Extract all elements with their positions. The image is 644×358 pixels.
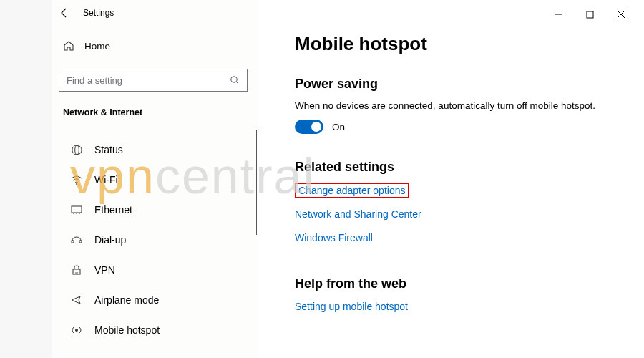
section-related-title: Related settings xyxy=(295,160,615,175)
svg-point-16 xyxy=(75,329,78,332)
sidebar-home[interactable]: Home xyxy=(63,40,110,52)
sidebar-item-ethernet[interactable]: Ethernet xyxy=(52,195,258,225)
section-power-saving-title: Power saving xyxy=(295,77,615,92)
dialup-icon xyxy=(70,233,83,246)
page-title: Mobile hotspot xyxy=(295,33,615,55)
svg-rect-13 xyxy=(79,241,82,243)
airplane-icon xyxy=(70,294,83,306)
sidebar-item-vpn[interactable]: oo VPN xyxy=(52,255,258,285)
svg-point-7 xyxy=(76,183,77,185)
svg-point-2 xyxy=(231,77,237,82)
vpn-icon: oo xyxy=(70,263,83,276)
power-saving-toggle[interactable] xyxy=(295,120,323,134)
sidebar-item-label: Wi-Fi xyxy=(94,174,118,185)
globe-icon xyxy=(70,143,83,156)
sidebar-item-label: Dial-up xyxy=(94,234,126,246)
svg-rect-8 xyxy=(72,206,82,213)
window-title: Settings xyxy=(83,8,114,18)
sidebar-item-wifi[interactable]: Wi-Fi xyxy=(52,165,258,195)
sidebar-item-label: Mobile hotspot xyxy=(94,324,160,336)
wifi-icon xyxy=(70,173,83,186)
svg-rect-12 xyxy=(72,241,74,243)
toggle-state-label: On xyxy=(332,122,345,132)
search-input[interactable] xyxy=(67,75,230,86)
sidebar-category: Network & Internet xyxy=(63,107,142,117)
sidebar-item-airplane[interactable]: Airplane mode xyxy=(52,285,258,315)
svg-line-3 xyxy=(236,82,238,84)
section-help-title: Help from the web xyxy=(295,276,615,291)
link-help-hotspot[interactable]: Setting up mobile hotspot xyxy=(295,301,408,312)
home-icon xyxy=(63,40,74,52)
search-icon xyxy=(230,75,240,85)
sidebar-item-label: Ethernet xyxy=(94,204,132,216)
link-network-sharing[interactable]: Network and Sharing Center xyxy=(295,208,421,220)
ethernet-icon xyxy=(70,203,83,216)
sidebar-item-status[interactable]: Status xyxy=(52,135,258,165)
sidebar-item-hotspot[interactable]: Mobile hotspot xyxy=(52,315,258,345)
sidebar-home-label: Home xyxy=(84,41,110,52)
search-input-container[interactable] xyxy=(59,69,248,92)
link-windows-firewall[interactable]: Windows Firewall xyxy=(295,232,373,243)
sidebar-item-label: Status xyxy=(94,144,123,155)
hotspot-icon xyxy=(70,324,83,337)
resize-handle[interactable] xyxy=(256,130,259,235)
link-change-adapter[interactable]: Change adapter options xyxy=(295,183,409,198)
back-button[interactable] xyxy=(57,6,72,20)
sidebar-item-dialup[interactable]: Dial-up xyxy=(52,225,258,255)
svg-text:oo: oo xyxy=(75,271,79,274)
power-saving-desc: When no devices are connected, automatic… xyxy=(295,100,615,111)
sidebar-item-label: Airplane mode xyxy=(94,294,159,306)
sidebar-item-label: VPN xyxy=(94,264,115,276)
